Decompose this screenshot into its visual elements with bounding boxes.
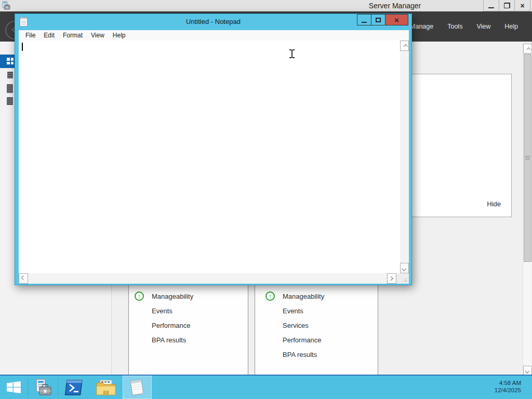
server-manager-titlebar: Server Manager ×: [0, 0, 532, 11]
scroll-right-button[interactable]: [387, 273, 396, 284]
grip-icon: [525, 156, 530, 160]
desktop: Server Manager × Manage Tools View Help …: [0, 0, 532, 399]
powershell-icon: [64, 380, 83, 395]
menu-manage[interactable]: Manage: [410, 23, 433, 30]
scroll-down-button[interactable]: [400, 263, 409, 273]
taskbar-file-explorer-button[interactable]: [91, 376, 121, 399]
tile-row: Performance: [265, 332, 378, 347]
windows-start-icon: [7, 381, 21, 393]
close-icon: ×: [520, 2, 524, 9]
chevron-up-icon: [526, 47, 530, 51]
tile-link-services[interactable]: Services: [283, 322, 309, 329]
menu-format[interactable]: Format: [59, 31, 87, 40]
tile-link-bpa-results[interactable]: BPA results: [283, 351, 317, 358]
taskbar-notepad-button[interactable]: [123, 376, 152, 399]
maximize-button[interactable]: [371, 14, 385, 25]
menu-help[interactable]: Help: [504, 23, 518, 30]
tile-row: BPA results: [265, 347, 378, 362]
tile-link-performance[interactable]: Performance: [283, 336, 321, 344]
chevron-down-icon: [402, 267, 406, 271]
nav-item-icon[interactable]: [7, 84, 13, 93]
tile-link-manageability[interactable]: Manageability: [283, 292, 324, 300]
minimize-button[interactable]: [483, 0, 499, 11]
text-caret: [22, 43, 23, 51]
menu-view[interactable]: View: [87, 31, 109, 40]
grip-icon: [406, 281, 407, 282]
scroll-down-button[interactable]: [523, 366, 532, 375]
close-button[interactable]: ×: [514, 0, 530, 11]
notepad-window-controls: ×: [357, 14, 408, 25]
content-scrollbar[interactable]: [523, 44, 531, 375]
tile-row: Events: [135, 303, 248, 318]
tile-row: ↑ Manageability: [265, 289, 378, 303]
green-up-arrow-icon: ↑: [135, 291, 144, 301]
server-manager-menubar: Manage Tools View Help: [410, 11, 518, 42]
tile-row: Performance: [135, 318, 248, 332]
taskbar-powershell-button[interactable]: [58, 376, 89, 399]
role-tile: ↑ Manageability Events Services Performa…: [255, 283, 378, 375]
green-up-arrow-icon: ↑: [265, 291, 275, 301]
chevron-up-icon: [403, 44, 407, 48]
scrollbar-thumb[interactable]: [524, 54, 531, 262]
notepad-text-area[interactable]: [19, 41, 400, 273]
menu-file[interactable]: File: [21, 31, 39, 40]
dashboard-grid-icon: [7, 58, 14, 64]
tile-link-events[interactable]: Events: [283, 307, 303, 315]
taskbar-clock[interactable]: 4:58 AM 12/4/2025: [495, 379, 521, 394]
minimize-icon: [488, 7, 494, 8]
ibeam-cursor: [289, 49, 295, 58]
hide-button[interactable]: Hide: [487, 200, 501, 208]
taskbar: × ×: [0, 376, 532, 399]
notepad-menubar: File Edit Format View Help: [19, 30, 409, 41]
notepad-icon: [129, 379, 145, 396]
clock-date: 12/4/2025: [495, 387, 521, 394]
nav-item-icon[interactable]: [7, 72, 13, 78]
clock-time: 4:58 AM: [495, 379, 521, 387]
window-title: Server Manager: [369, 2, 421, 10]
taskbar-server-manager-button[interactable]: [28, 376, 57, 399]
chevron-down-icon: [525, 369, 529, 373]
server-manager-icon: [2, 1, 10, 10]
role-tile: ↑ Manageability Events Performance BPA r…: [128, 283, 248, 375]
minimize-icon: [362, 22, 367, 23]
close-button[interactable]: ×: [385, 14, 408, 25]
tile-row: BPA results: [135, 332, 248, 347]
close-icon: ×: [394, 16, 399, 24]
nav-item-icon[interactable]: [7, 97, 13, 105]
notepad-titlebar[interactable]: Untitled - Notepad ×: [15, 14, 411, 30]
restore-icon: [504, 3, 510, 8]
tile-row: Services: [265, 318, 378, 332]
chevron-right-icon: [389, 276, 393, 281]
scroll-left-button[interactable]: [19, 273, 28, 284]
menu-edit[interactable]: Edit: [39, 31, 59, 40]
resize-grip[interactable]: [396, 273, 409, 284]
tile-row: Events: [265, 303, 378, 318]
tile-link-performance[interactable]: Performance: [152, 322, 190, 329]
file-explorer-icon: [96, 379, 116, 395]
menu-view[interactable]: View: [476, 23, 490, 30]
minimize-button[interactable]: [357, 14, 371, 25]
notepad-window: Untitled - Notepad × File Edit Format Vi…: [15, 14, 412, 285]
notepad-doc-icon: [20, 17, 28, 26]
server-manager-icon: [33, 379, 52, 396]
maximize-icon: [376, 18, 381, 22]
menu-help[interactable]: Help: [109, 31, 130, 40]
scroll-up-button[interactable]: [523, 44, 532, 54]
tile-link-manageability[interactable]: Manageability: [152, 292, 193, 300]
server-manager-window-controls: ×: [484, 0, 530, 11]
scroll-up-button[interactable]: [400, 41, 409, 51]
tile-link-bpa-results[interactable]: BPA results: [152, 336, 186, 344]
chevron-left-icon: [21, 275, 25, 280]
notepad-vertical-scrollbar[interactable]: [400, 41, 409, 273]
tile-link-events[interactable]: Events: [152, 307, 172, 315]
notepad-window-title: Untitled - Notepad: [186, 18, 241, 25]
restore-button[interactable]: [499, 0, 515, 11]
start-button[interactable]: [0, 376, 27, 399]
notepad-horizontal-scrollbar[interactable]: [19, 273, 396, 284]
menu-tools[interactable]: Tools: [447, 23, 462, 30]
tile-row: ↑ Manageability: [135, 289, 248, 303]
